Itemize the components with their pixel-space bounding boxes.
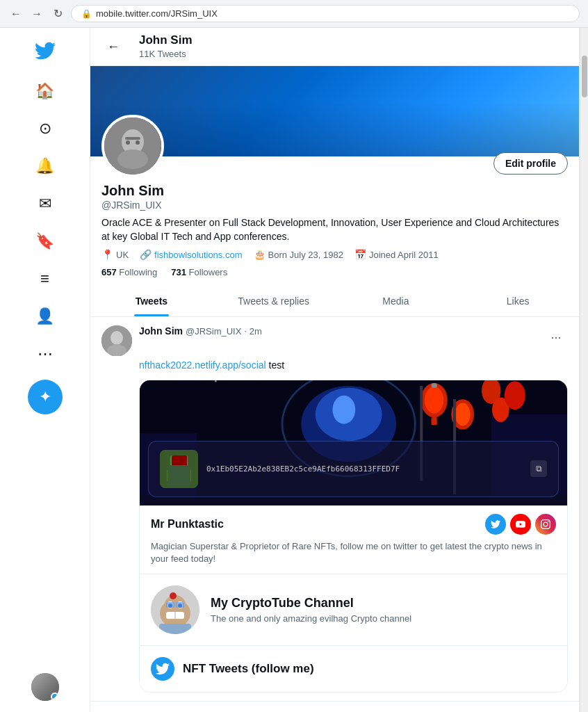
svg-point-21 (332, 395, 355, 423)
nft-profile-section: Mr Punktastic (140, 505, 567, 574)
svg-point-30 (505, 381, 525, 410)
compose-button[interactable]: ✦ (28, 380, 63, 414)
tweet-author-handle[interactable]: @JRSim_UIX (186, 326, 241, 337)
more-dots-icon: ··· (550, 330, 561, 345)
tab-likes-label: Likes (507, 296, 530, 307)
tab-tweets-replies[interactable]: Tweets & replies (213, 286, 335, 316)
tweet-author-name[interactable]: John Sim (139, 325, 183, 337)
sidebar-item-lists[interactable]: ≡ (28, 261, 63, 296)
tweet-link[interactable]: nfthack2022.netlify.app/social (139, 359, 266, 371)
lock-icon: 🔒 (81, 9, 92, 19)
svg-rect-34 (160, 450, 198, 488)
notifications-icon: 🔔 (35, 157, 54, 175)
avatar-edit-row: Edit profile (101, 149, 568, 177)
tab-tweets-replies-label: Tweets & replies (238, 296, 309, 307)
website-link[interactable]: fishbowlsolutions.com (154, 250, 242, 260)
tweet-user-line: John Sim @JRSim_UIX · 2m (139, 325, 537, 337)
crypto-tube-description: The one and only amazing evilhag Crypto … (211, 613, 411, 624)
birthday-text: Born July 23, 1982 (268, 250, 343, 260)
avatar-online-dot (51, 693, 59, 701)
svg-point-27 (455, 403, 471, 426)
bookmarks-icon: 🔖 (35, 232, 54, 250)
url-text: mobile.twitter.com/JRSim_UIX (96, 8, 218, 19)
forward-nav-button[interactable]: → (29, 6, 44, 22)
nft-profile-header: Mr Punktastic (151, 514, 556, 535)
sidebar-item-notifications[interactable]: 🔔 (28, 149, 63, 184)
nft-youtube-icon[interactable] (510, 514, 531, 535)
sidebar-item-home[interactable]: 🏠 (28, 74, 63, 108)
back-button[interactable]: ← (101, 35, 125, 58)
website-meta[interactable]: 🔗 fishbowlsolutions.com (140, 249, 242, 260)
crypto-tube-card[interactable]: My CryptoTube Channel The one and only a… (140, 574, 567, 645)
profile-avatar[interactable] (101, 115, 164, 177)
header-user-info: John Sim 11K Tweets (139, 33, 193, 60)
sidebar-item-explore[interactable]: ⊙ (28, 111, 63, 146)
refresh-nav-button[interactable]: ↻ (50, 6, 65, 22)
sidebar-user-avatar[interactable] (31, 673, 59, 701)
compose-icon: ✦ (39, 388, 51, 406)
tweet-text: nfthack2022.netlify.app/social test (139, 359, 568, 373)
sidebar-item-profile[interactable]: 👤 (28, 299, 63, 334)
nft-address-text: 0x1Eb05E2Ab2e838EB2c5ce9AEfb66068313FFED… (206, 464, 522, 474)
header-tweet-count: 11K Tweets (139, 49, 186, 59)
sidebar-item-messages[interactable]: ✉ (28, 186, 63, 221)
tab-media[interactable]: Media (335, 286, 457, 316)
lists-icon: ≡ (40, 270, 49, 288)
address-bar[interactable]: 🔒 mobile.twitter.com/JRSim_UIX (71, 5, 580, 22)
svg-point-5 (136, 140, 140, 145)
svg-rect-3 (125, 137, 140, 140)
page-layout: 🏠 ⊙ 🔔 ✉ 🔖 ≡ 👤 ⋯ ✦ (0, 28, 588, 712)
following-stat[interactable]: 657 Following (101, 267, 157, 277)
crypto-tube-info: My CryptoTube Channel The one and only a… (211, 596, 411, 624)
joined-meta: 📅 Joined April 2011 (354, 249, 439, 260)
home-icon: 🏠 (35, 82, 54, 100)
back-nav-button[interactable]: ← (8, 6, 24, 22)
svg-point-7 (111, 331, 123, 345)
sidebar-item-more[interactable]: ⋯ (28, 337, 63, 371)
nft-tweets-row[interactable]: NFT Tweets (follow me) (140, 645, 567, 692)
sidebar-item-bookmarks[interactable]: 🔖 (28, 224, 63, 259)
svg-point-4 (126, 140, 130, 145)
nft-profile-name: Mr Punktastic (151, 518, 224, 531)
svg-rect-51 (166, 602, 174, 608)
tweet-author-avatar[interactable] (101, 325, 132, 356)
svg-rect-24 (432, 383, 437, 388)
profile-section: Edit profile John Sim @JRSim_UIX Oracle … (90, 149, 579, 277)
tweet-time: 2m (250, 326, 262, 337)
nft-copy-button[interactable]: ⧉ (530, 460, 547, 477)
scrollbar-thumb[interactable] (582, 56, 587, 97)
back-arrow-icon: ← (107, 40, 120, 54)
tab-likes[interactable]: Likes (457, 286, 579, 316)
edit-profile-button[interactable]: Edit profile (493, 152, 568, 175)
svg-point-50 (170, 592, 177, 599)
link-icon: 🔗 (140, 249, 152, 260)
following-count: 657 (101, 267, 117, 277)
tweet-separator: · (244, 326, 246, 336)
nft-instagram-icon[interactable] (535, 514, 556, 535)
nft-address-bar: 0x1Eb05E2Ab2e838EB2c5ce9AEfb66068313FFED… (148, 441, 559, 497)
svg-point-23 (425, 387, 443, 413)
nft-tweets-label: NFT Tweets (follow me) (183, 662, 314, 676)
tab-tweets[interactable]: Tweets (90, 286, 213, 316)
tab-tweets-label: Tweets (136, 296, 168, 307)
nft-pixel-avatar (160, 450, 198, 488)
svg-rect-36 (172, 458, 178, 462)
twitter-logo[interactable] (28, 33, 63, 68)
profile-avatar-image (104, 118, 161, 175)
nft-embedded-card[interactable]: 0x1Eb05E2Ab2e838EB2c5ce9AEfb66068313FFED… (139, 380, 568, 693)
followers-stat[interactable]: 731 Followers (171, 267, 227, 277)
profile-stats: 657 Following 731 Followers (101, 267, 568, 277)
svg-rect-39 (168, 482, 175, 486)
profile-bio: Oracle ACE & Presenter on Full Stack Dev… (101, 216, 568, 243)
tweet-more-button[interactable]: ··· (544, 325, 568, 349)
svg-rect-25 (432, 417, 437, 425)
header-user-name: John Sim (139, 33, 193, 47)
profile-name: John Sim (101, 183, 568, 199)
nft-twitter-icon[interactable] (485, 514, 506, 535)
location-icon: 📍 (101, 249, 113, 260)
crypto-tube-title: My CryptoTube Channel (211, 596, 411, 611)
tab-media-label: Media (382, 296, 409, 307)
sidebar: 🏠 ⊙ 🔔 ✉ 🔖 ≡ 👤 ⋯ ✦ (0, 28, 90, 712)
followers-label: Followers (189, 267, 228, 277)
more-icon: ⋯ (38, 345, 53, 363)
